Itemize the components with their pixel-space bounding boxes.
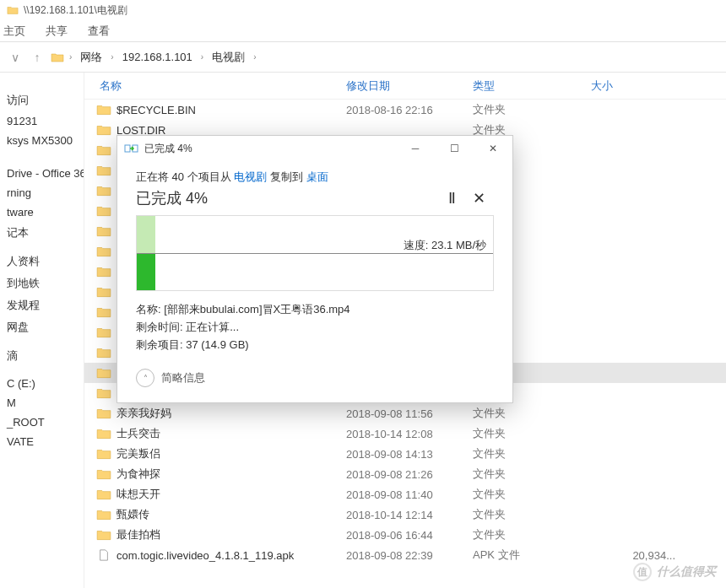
sidebar-item[interactable]: 到地铁 xyxy=(0,272,84,294)
breadcrumb-network[interactable]: 网络 xyxy=(77,48,106,67)
sidebar-item[interactable]: 发规程 xyxy=(0,294,84,316)
file-date: 2018-09-08 21:26 xyxy=(346,468,473,481)
column-type[interactable]: 类型 xyxy=(473,78,591,94)
address-bar: ∨ ↑ › 网络 › 192.168.1.101 › 电视剧 › xyxy=(0,42,726,73)
sidebar-item[interactable]: 访问 xyxy=(0,89,84,111)
file-date: 2018-09-08 11:40 xyxy=(346,488,473,501)
file-type: 文件夹 xyxy=(473,527,591,542)
window-title: \\192.168.1.101\电视剧 xyxy=(24,3,127,18)
chevron-up-icon: ˄ xyxy=(136,369,154,387)
sidebar-item xyxy=(0,338,84,345)
file-name: 甄嬛传 xyxy=(116,507,346,522)
sidebar-item[interactable]: ksys MX5300 xyxy=(0,131,84,150)
fewer-details-toggle[interactable]: ˄ 简略信息 xyxy=(136,369,494,387)
file-type: 文件夹 xyxy=(473,467,591,482)
close-button[interactable]: ✕ xyxy=(474,136,512,161)
ribbon-share[interactable]: 共享 xyxy=(46,24,68,39)
progress-text: 已完成 4% xyxy=(136,188,440,208)
sidebar-item[interactable]: 网盘 xyxy=(0,316,84,338)
ribbon-view[interactable]: 查看 xyxy=(88,24,110,39)
sidebar-item xyxy=(0,367,84,374)
nav-up-icon[interactable]: ↑ xyxy=(29,51,46,64)
file-name: 士兵突击 xyxy=(116,426,346,441)
table-row[interactable]: 为食神探2018-09-08 21:26文件夹 xyxy=(84,464,726,484)
column-name[interactable]: 名称 xyxy=(84,78,346,94)
svg-rect-0 xyxy=(125,145,130,152)
dest-link[interactable]: 桌面 xyxy=(306,170,328,183)
table-row[interactable]: 士兵突击2018-10-14 12:08文件夹 xyxy=(84,423,726,444)
ribbon-home[interactable]: 主页 xyxy=(3,24,25,39)
table-row[interactable]: $RECYCLE.BIN2018-08-16 22:16文件夹 xyxy=(84,100,726,120)
sidebar-item[interactable]: M xyxy=(0,393,84,413)
sidebar-item[interactable]: VATE xyxy=(0,432,84,451)
detail-items: 剩余项目: 37 (14.9 GB) xyxy=(136,337,494,354)
pause-button[interactable]: Ⅱ xyxy=(440,189,464,208)
file-name: com.togic.livevideo_4.1.8.1_119.apk xyxy=(116,549,346,562)
file-name: 完美叛侣 xyxy=(116,446,346,461)
sidebar-item[interactable]: 记本 xyxy=(0,222,84,244)
folder-icon xyxy=(7,5,19,15)
cancel-button[interactable]: ✕ xyxy=(464,189,494,208)
sidebar-item xyxy=(0,150,84,157)
table-row[interactable]: 亲亲我好妈2018-09-08 11:56文件夹 xyxy=(84,403,726,423)
table-row[interactable]: 甄嬛传2018-10-14 12:14文件夹 xyxy=(84,504,726,525)
file-name: 为食神探 xyxy=(116,467,346,482)
file-date: 2018-09-08 22:39 xyxy=(346,549,473,562)
sidebar-item[interactable]: 91231 xyxy=(0,111,84,131)
sidebar-item[interactable]: Drive - Office 36 xyxy=(0,164,84,183)
copy-icon xyxy=(124,143,139,154)
speed-label: 速度: 23.1 MB/秒 xyxy=(404,238,486,253)
watermark-text: 什么值得买 xyxy=(657,564,716,580)
chevron-right-icon[interactable]: › xyxy=(68,52,73,62)
file-type: 文件夹 xyxy=(473,487,591,502)
file-type: APK 文件 xyxy=(473,548,591,563)
window-titlebar: \\192.168.1.101\电视剧 xyxy=(0,0,726,20)
chevron-right-icon[interactable]: › xyxy=(199,52,205,62)
column-headers: 名称 修改日期 类型 大小 xyxy=(84,73,726,100)
sidebar-item[interactable]: 人资料 xyxy=(0,251,84,272)
chevron-right-icon[interactable]: › xyxy=(109,52,115,62)
column-size[interactable]: 大小 xyxy=(591,78,675,94)
sidebar-item xyxy=(0,157,84,164)
minimize-button[interactable]: ─ xyxy=(396,136,435,161)
table-row[interactable]: 最佳拍档2018-09-06 16:44文件夹 xyxy=(84,525,726,545)
file-date: 2018-09-06 16:44 xyxy=(346,529,473,542)
sidebar-item[interactable]: 滴 xyxy=(0,345,84,367)
sidebar-item[interactable]: rning xyxy=(0,183,84,202)
file-type: 文件夹 xyxy=(473,507,591,522)
column-date[interactable]: 修改日期 xyxy=(346,78,473,94)
table-row[interactable]: 完美叛侣2018-09-08 14:13文件夹 xyxy=(84,444,726,464)
file-date: 2018-09-08 11:56 xyxy=(346,407,473,420)
maximize-button[interactable]: ☐ xyxy=(435,136,474,161)
detail-time: 剩余时间: 正在计算... xyxy=(136,319,494,337)
copy-dialog: 已完成 4% ─ ☐ ✕ 正在将 40 个项目从 电视剧 复制到 桌面 已完成 … xyxy=(116,135,513,403)
breadcrumb-host[interactable]: 192.168.1.101 xyxy=(119,49,196,65)
file-size: 20,934... xyxy=(591,549,675,562)
speed-line xyxy=(137,253,493,254)
watermark: 值 什么值得买 xyxy=(633,563,716,581)
chevron-right-icon[interactable]: › xyxy=(252,52,257,62)
sidebar-item[interactable]: _ROOT xyxy=(0,413,84,432)
sidebar-item[interactable]: C (E:) xyxy=(0,374,84,393)
file-date: 2018-10-14 12:08 xyxy=(346,428,473,440)
table-row[interactable]: com.togic.livevideo_4.1.8.1_119.apk2018-… xyxy=(84,545,726,565)
table-row[interactable]: 味想天开2018-09-08 11:40文件夹 xyxy=(84,484,726,504)
speed-notch xyxy=(137,254,144,264)
file-date: 2018-10-14 12:14 xyxy=(346,509,473,521)
sidebar-item xyxy=(0,244,84,251)
file-date: 2018-09-08 14:13 xyxy=(346,448,473,461)
ribbon-tabs: 主页 共享 查看 xyxy=(0,20,726,42)
dialog-title: 已完成 4% xyxy=(144,142,192,156)
breadcrumb-folder[interactable]: 电视剧 xyxy=(209,48,248,67)
nav-back-icon[interactable]: ∨ xyxy=(7,51,24,64)
copy-details: 名称: [部部来bubulai.com]冒X王粤语36.mp4 剩余时间: 正在… xyxy=(136,301,494,353)
detail-name: 名称: [部部来bubulai.com]冒X王粤语36.mp4 xyxy=(136,301,494,319)
file-date: 2018-08-16 22:16 xyxy=(346,104,473,116)
copying-text: 正在将 40 个项目从 电视剧 复制到 桌面 xyxy=(136,170,494,185)
source-link[interactable]: 电视剧 xyxy=(234,170,267,183)
file-name: 亲亲我好妈 xyxy=(116,406,346,421)
sidebar-item[interactable]: tware xyxy=(0,202,84,222)
file-name: 最佳拍档 xyxy=(116,527,346,542)
breadcrumb[interactable]: › 网络 › 192.168.1.101 › 电视剧 › xyxy=(51,48,719,67)
file-name: 味想天开 xyxy=(116,487,346,502)
